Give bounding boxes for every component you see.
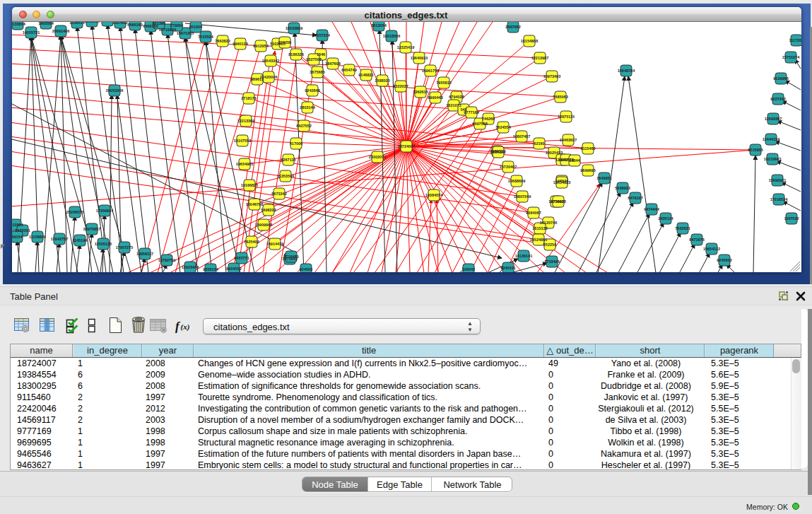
svg-text:7663822: 7663822 xyxy=(215,39,230,43)
svg-text:9960124: 9960124 xyxy=(233,42,248,46)
svg-text:23302073: 23302073 xyxy=(369,155,386,159)
svg-text:16154808: 16154808 xyxy=(521,39,538,43)
svg-text:20691406: 20691406 xyxy=(52,29,69,33)
svg-text:7625402: 7625402 xyxy=(244,240,259,244)
svg-text:9242848: 9242848 xyxy=(305,88,319,93)
svg-text:15751074: 15751074 xyxy=(782,55,800,59)
svg-text:12975115: 12975115 xyxy=(558,115,575,119)
svg-text:10654112: 10654112 xyxy=(703,247,720,251)
svg-text:3675685: 3675685 xyxy=(310,70,324,74)
svg-text:8912954: 8912954 xyxy=(253,44,269,48)
svg-text:9245652: 9245652 xyxy=(717,258,731,262)
svg-text:2133804: 2133804 xyxy=(12,22,26,26)
svg-text:8267115: 8267115 xyxy=(281,158,295,162)
svg-text:7357224: 7357224 xyxy=(314,33,330,37)
svg-text:9327508: 9327508 xyxy=(306,57,321,62)
svg-text:851204: 851204 xyxy=(189,25,203,29)
svg-text:10807487: 10807487 xyxy=(513,134,530,139)
svg-text:19218506: 19218506 xyxy=(383,34,400,38)
svg-text:17359924: 17359924 xyxy=(96,209,114,213)
svg-text:1167532: 1167532 xyxy=(784,216,799,221)
svg-text:924503: 924503 xyxy=(300,267,312,271)
svg-text:1905584: 1905584 xyxy=(38,22,54,25)
svg-text:17016534: 17016534 xyxy=(770,197,788,201)
svg-text:1435051: 1435051 xyxy=(15,228,30,233)
svg-text:7515524: 7515524 xyxy=(198,35,213,39)
svg-text:9115460: 9115460 xyxy=(580,146,595,151)
svg-text:62160: 62160 xyxy=(534,141,544,146)
svg-text:9129966: 9129966 xyxy=(773,76,788,81)
svg-text:9227342: 9227342 xyxy=(770,97,785,101)
svg-text:3716485: 3716485 xyxy=(283,255,298,259)
svg-text:7632621: 7632621 xyxy=(675,226,690,230)
svg-text:22420046: 22420046 xyxy=(260,75,277,79)
svg-text:25206575: 25206575 xyxy=(66,210,83,214)
svg-text:16961758: 16961758 xyxy=(422,69,439,73)
svg-text:8904532: 8904532 xyxy=(226,267,241,271)
svg-text:16543342: 16543342 xyxy=(262,59,279,63)
svg-text:19654985: 19654985 xyxy=(236,162,253,166)
svg-text:10719155: 10719155 xyxy=(159,28,176,32)
svg-text:8990448: 8990448 xyxy=(428,95,442,100)
svg-text:16914479: 16914479 xyxy=(266,242,283,246)
svg-text:1733426: 1733426 xyxy=(544,259,559,264)
svg-text:29053346: 29053346 xyxy=(106,88,123,93)
svg-text:(x): (x) xyxy=(181,322,190,332)
svg-text:252254: 252254 xyxy=(543,243,557,247)
svg-text:9457771: 9457771 xyxy=(234,256,249,260)
svg-text:8813054: 8813054 xyxy=(371,23,387,28)
svg-text:1621072: 1621072 xyxy=(446,103,461,107)
svg-text:9777169: 9777169 xyxy=(464,110,478,115)
svg-text:14463627: 14463627 xyxy=(560,138,577,142)
svg-text:417006: 417006 xyxy=(290,141,302,146)
svg-text:6794028: 6794028 xyxy=(449,95,464,99)
svg-text:10107553: 10107553 xyxy=(234,139,251,143)
svg-text:1117205: 1117205 xyxy=(789,38,801,42)
svg-text:12444159: 12444159 xyxy=(763,137,779,141)
svg-text:106542: 106542 xyxy=(462,267,475,271)
svg-text:15909948: 15909948 xyxy=(255,223,272,227)
svg-text:7485063: 7485063 xyxy=(553,95,567,99)
svg-text:12325419: 12325419 xyxy=(397,45,414,49)
svg-text:9084067: 9084067 xyxy=(526,211,541,215)
svg-text:7955812: 7955812 xyxy=(436,81,451,85)
svg-text:11156829: 11156829 xyxy=(29,235,46,239)
svg-text:12213987: 12213987 xyxy=(531,56,548,60)
svg-text:2867608: 2867608 xyxy=(325,62,340,66)
svg-text:1036514: 1036514 xyxy=(69,22,85,25)
svg-text:16671355: 16671355 xyxy=(177,31,194,35)
svg-text:8454749: 8454749 xyxy=(341,68,356,72)
svg-text:12213369: 12213369 xyxy=(237,119,254,123)
svg-text:16120746: 16120746 xyxy=(540,221,557,225)
svg-text:12923446: 12923446 xyxy=(182,265,199,269)
svg-text:6497568: 6497568 xyxy=(472,122,487,126)
svg-text:6479197: 6479197 xyxy=(628,196,642,200)
svg-text:8673342: 8673342 xyxy=(271,192,286,196)
svg-text:15720407: 15720407 xyxy=(500,165,517,169)
svg-text:8471676: 8471676 xyxy=(689,238,704,242)
svg-text:9756928: 9756928 xyxy=(551,199,565,204)
svg-text:1546: 1546 xyxy=(317,52,325,57)
svg-text:39154: 39154 xyxy=(12,235,23,239)
svg-text:3912954: 3912954 xyxy=(12,223,24,227)
svg-text:779064: 779064 xyxy=(170,23,184,28)
svg-text:9474444: 9474444 xyxy=(644,207,659,211)
svg-text:1588520: 1588520 xyxy=(375,78,389,83)
svg-text:17957275: 17957275 xyxy=(116,245,133,250)
svg-text:16524861: 16524861 xyxy=(530,238,547,242)
svg-text:18807249: 18807249 xyxy=(514,194,531,199)
svg-text:1640951: 1640951 xyxy=(596,176,611,180)
svg-text:16782759: 16782759 xyxy=(158,258,175,262)
svg-text:851395: 851395 xyxy=(153,22,165,25)
svg-text:30975857: 30975857 xyxy=(83,227,100,231)
svg-text:9146821: 9146821 xyxy=(358,73,373,77)
svg-text:226058: 226058 xyxy=(278,40,291,45)
svg-text:8215955: 8215955 xyxy=(748,148,763,152)
svg-text:2718176: 2718176 xyxy=(241,96,256,100)
svg-text:1615132: 1615132 xyxy=(532,226,547,230)
svg-text:10046788: 10046788 xyxy=(246,202,263,206)
svg-text:5498222: 5498222 xyxy=(261,208,276,212)
svg-text:5938923: 5938923 xyxy=(615,186,630,190)
svg-text:10973493: 10973493 xyxy=(543,74,560,78)
svg-text:19384554: 19384554 xyxy=(425,193,443,197)
